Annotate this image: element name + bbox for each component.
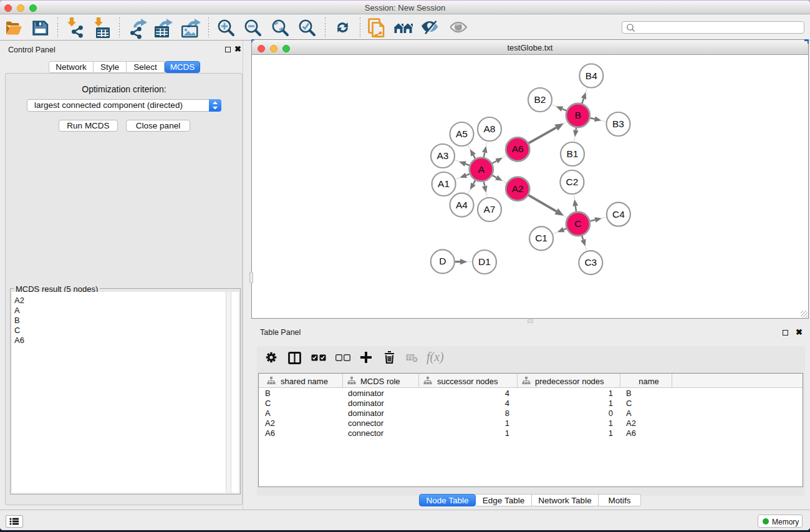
svg-text:A4: A4	[456, 200, 468, 210]
svg-text:B3: B3	[612, 118, 624, 129]
svg-text:C3: C3	[584, 257, 597, 268]
svg-text:B2: B2	[534, 94, 546, 105]
svg-text:B1: B1	[567, 148, 579, 159]
svg-text:A2: A2	[512, 183, 524, 194]
svg-text:C: C	[574, 218, 581, 229]
svg-text:A7: A7	[484, 204, 496, 215]
svg-text:D1: D1	[478, 256, 491, 267]
svg-text:A1: A1	[438, 178, 450, 189]
svg-text:A3: A3	[437, 150, 449, 161]
svg-text:A: A	[478, 164, 485, 175]
svg-text:C4: C4	[612, 209, 625, 220]
svg-text:C1: C1	[535, 233, 547, 243]
svg-text:C2: C2	[566, 177, 578, 187]
svg-text:B: B	[575, 110, 581, 120]
svg-text:B4: B4	[586, 70, 597, 81]
svg-text:A6: A6	[512, 143, 524, 154]
svg-text:A5: A5	[456, 128, 468, 139]
svg-text:A8: A8	[484, 123, 496, 134]
svg-text:D: D	[439, 256, 446, 266]
